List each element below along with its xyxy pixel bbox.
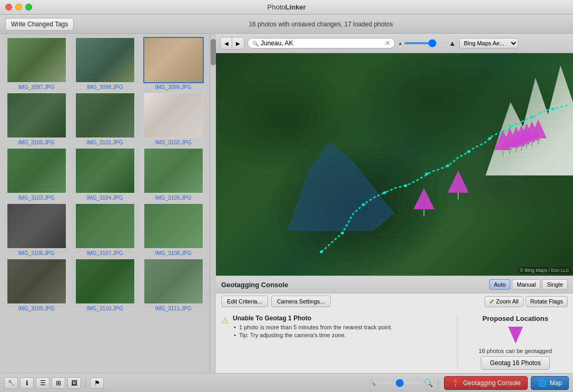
photo-thumbnail — [6, 258, 67, 305]
nav-back-button[interactable]: ◀ — [221, 37, 232, 49]
thumbnail-size-slider[interactable] — [379, 382, 421, 384]
bottom-right-tools: 🔍 🔍 📍 Geotagging Console 🌐 Map — [369, 376, 569, 390]
map-type-select[interactable]: Bing Maps Ae... Bing Maps Road OpenStree… — [459, 38, 518, 48]
photo-thumbnail — [143, 37, 204, 83]
separator-2 — [438, 378, 439, 388]
tool-grid-button[interactable]: ⊞ — [52, 377, 65, 389]
close-button[interactable] — [5, 4, 12, 11]
geo-right-panel: Proposed Locations 16 photos can be geot… — [457, 315, 573, 370]
edit-criteria-button[interactable]: Edit Criteria... — [221, 296, 268, 307]
geotagging-console-button[interactable]: 📍 Geotagging Console — [444, 376, 527, 390]
geo-console-header: Geotagging Console Auto Manual Single — [216, 276, 573, 293]
search-box: 🔍 ✕ — [248, 38, 395, 48]
zoom-slider-icon-lg: 🔍 — [424, 379, 433, 387]
photo-label: IMG_3103.JPG — [18, 195, 55, 201]
nav-forward-button[interactable]: ▶ — [232, 37, 244, 49]
photo-thumbnail — [75, 148, 135, 194]
photo-label: IMG_3102.JPG — [155, 140, 192, 145]
photo-grid: IMG_3097.JPGIMG_3098.JPGIMG_3099.JPGIMG_… — [3, 37, 206, 311]
svg-point-23 — [425, 172, 428, 175]
nav-arrows: ◀ ▶ — [220, 37, 244, 50]
minimize-button[interactable] — [15, 4, 22, 11]
photo-thumbnail — [75, 92, 135, 139]
photo-scrollbar[interactable] — [210, 34, 216, 373]
photo-label: IMG_3100.JPG — [18, 140, 55, 145]
map-button[interactable]: 🌐 Map — [531, 376, 569, 390]
svg-point-27 — [509, 125, 512, 128]
photo-item-IMG_3106-JPG[interactable]: IMG_3106.JPG — [3, 203, 70, 256]
search-input[interactable] — [261, 40, 385, 47]
map-view[interactable]: © Bing Maps / Esri LLC — [216, 53, 573, 276]
proposed-locations-title: Proposed Locations — [482, 315, 548, 322]
photo-grid-scroll[interactable]: IMG_3097.JPGIMG_3098.JPGIMG_3099.JPGIMG_… — [0, 34, 210, 373]
photo-item-IMG_3110-JPG[interactable]: IMG_3110.JPG — [72, 258, 138, 311]
tool-list-button[interactable]: ☰ — [36, 377, 50, 389]
map-satellite-bg: © Bing Maps / Esri LLC — [216, 53, 573, 276]
write-changed-tags-button[interactable]: Write Changed Tags — [5, 18, 74, 31]
tool-flag-button[interactable]: ⚑ — [90, 377, 104, 389]
photo-item-IMG_3097-JPG[interactable]: IMG_3097.JPG — [3, 37, 70, 90]
bottom-toolbar: 🔧 ℹ ☰ ⊞ 🖼 ⚑ 🔍 🔍 📍 Geotagging Console 🌐 M… — [0, 373, 573, 392]
photo-thumbnail — [143, 92, 204, 139]
maximize-button[interactable] — [25, 4, 32, 11]
map-btn-icon: 🌐 — [538, 379, 547, 387]
status-label: 16 photos with unsaved changes, 17 loade… — [74, 21, 568, 28]
svg-point-19 — [341, 231, 344, 234]
bottom-left-tools: 🔧 ℹ ☰ ⊞ 🖼 ⚑ — [4, 377, 104, 389]
separator — [85, 378, 86, 388]
photo-label: IMG_3107.JPG — [87, 250, 123, 256]
search-clear-button[interactable]: ✕ — [385, 40, 390, 47]
single-mode-button[interactable]: Single — [542, 279, 568, 290]
geo-actions: Edit Criteria... Camera Settings... — [221, 296, 331, 307]
tool-photo-button[interactable]: 🖼 — [67, 377, 81, 389]
photo-thumbnail — [6, 37, 67, 83]
photo-item-IMG_3104-JPG[interactable]: IMG_3104.JPG — [72, 148, 138, 201]
svg-marker-2 — [448, 171, 469, 193]
geotagging-console: Geotagging Console Auto Manual Single Ed… — [216, 276, 573, 373]
window-controls — [5, 4, 32, 11]
photo-label: IMG_3101.JPG — [87, 140, 123, 145]
geo-left-panel: ⚠ Unable To Geotag 1 Photo 1 photo is mo… — [216, 315, 457, 370]
photo-item-IMG_3102-JPG[interactable]: IMG_3102.JPG — [140, 92, 206, 145]
photo-label: IMG_3105.JPG — [155, 195, 192, 201]
proposed-location-pin-icon — [508, 327, 523, 344]
warning-title: Unable To Geotag 1 Photo — [233, 315, 452, 322]
photo-thumbnail — [75, 203, 135, 249]
svg-point-28 — [530, 116, 534, 119]
tool-info-button[interactable]: ℹ — [20, 377, 34, 389]
camera-settings-button[interactable]: Camera Settings... — [271, 296, 331, 307]
photo-item-IMG_3107-JPG[interactable]: IMG_3107.JPG — [72, 203, 138, 256]
tool-wrench-button[interactable]: 🔧 — [4, 377, 18, 389]
photo-item-IMG_3108-JPG[interactable]: IMG_3108.JPG — [140, 203, 206, 256]
photo-item-IMG_3098-JPG[interactable]: IMG_3098.JPG — [72, 37, 138, 90]
photo-item-IMG_3105-JPG[interactable]: IMG_3105.JPG — [140, 148, 206, 201]
photo-item-IMG_3103-JPG[interactable]: IMG_3103.JPG — [3, 148, 70, 201]
photo-thumbnail — [143, 203, 204, 249]
main-content: IMG_3097.JPGIMG_3098.JPGIMG_3099.JPGIMG_… — [0, 34, 573, 373]
svg-point-21 — [383, 191, 386, 194]
manual-mode-button[interactable]: Manual — [512, 279, 540, 290]
photo-scroll-thumb — [211, 39, 216, 65]
app-title: PhotoLinker — [268, 3, 306, 11]
photo-label: IMG_3109.JPG — [18, 306, 55, 311]
photo-item-IMG_3099-JPG[interactable]: IMG_3099.JPG — [140, 37, 206, 90]
photo-item-IMG_3100-JPG[interactable]: IMG_3100.JPG — [3, 92, 70, 145]
zoom-slider[interactable] — [404, 42, 447, 44]
svg-point-24 — [446, 164, 449, 167]
zoom-all-button[interactable]: ⤢ Zoom All — [485, 296, 523, 307]
photo-item-IMG_3101-JPG[interactable]: IMG_3101.JPG — [72, 92, 138, 145]
photo-label: IMG_3104.JPG — [87, 195, 123, 201]
svg-point-22 — [404, 184, 407, 187]
zoom-out-icon: ▲ — [398, 41, 402, 46]
photo-item-IMG_3111-JPG[interactable]: IMG_3111.JPG — [140, 258, 206, 311]
photo-thumbnail — [6, 148, 67, 194]
map-copyright: © Bing Maps / Esri LLC — [518, 267, 571, 273]
photo-label: IMG_3097.JPG — [18, 84, 55, 90]
geotag-photos-button[interactable]: Geotag 16 Photos — [481, 356, 550, 370]
photo-thumbnail — [143, 148, 204, 194]
rotate-flags-button[interactable]: Rotate Flags — [526, 296, 568, 307]
map-controls-bar: ◀ ▶ 🔍 ✕ ▲ ▲ Bing Maps Ae... Bing Maps Ro… — [216, 34, 573, 53]
warning-item-2: Tip: Try adjusting the camera's time zon… — [239, 332, 452, 338]
photo-item-IMG_3109-JPG[interactable]: IMG_3109.JPG — [3, 258, 70, 311]
auto-mode-button[interactable]: Auto — [489, 279, 511, 290]
